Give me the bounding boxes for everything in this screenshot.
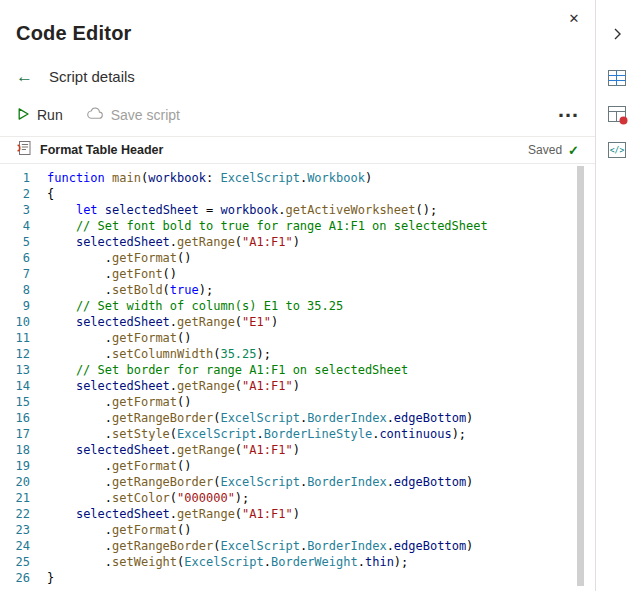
- script-details-row: ← Script details: [0, 58, 595, 94]
- play-icon: [16, 107, 30, 124]
- vertical-scrollbar[interactable]: [577, 166, 584, 586]
- code-line[interactable]: 5 selectedSheet.getRange("A1:F1"): [0, 234, 595, 250]
- svg-text:</>: </>: [610, 146, 625, 155]
- line-number: 17: [0, 426, 30, 442]
- code-line[interactable]: 20 .getRangeBorder(ExcelScript.BorderInd…: [0, 474, 595, 490]
- line-number: 19: [0, 458, 30, 474]
- line-number: 14: [0, 378, 30, 394]
- code-editor-panel: Code Editor ✕ ← Script details Run Save …: [0, 0, 638, 591]
- save-status: Saved ✓: [528, 143, 579, 158]
- line-number: 22: [0, 506, 30, 522]
- save-status-text: Saved: [528, 143, 562, 157]
- run-button[interactable]: Run: [16, 107, 63, 124]
- code-line[interactable]: 13 // Set border for range A1:F1 on sele…: [0, 362, 595, 378]
- code-line[interactable]: 7 .getFont(): [0, 266, 595, 282]
- line-number: 9: [0, 298, 30, 314]
- main-panel: Code Editor ✕ ← Script details Run Save …: [0, 0, 595, 591]
- code-line[interactable]: 18 selectedSheet.getRange("A1:F1"): [0, 442, 595, 458]
- code-line[interactable]: 1function main(workbook: ExcelScript.Wor…: [0, 170, 595, 186]
- back-arrow-icon[interactable]: ←: [16, 68, 33, 85]
- line-number: 7: [0, 266, 30, 282]
- code-line[interactable]: 4 // Set font bold to true for range A1:…: [0, 218, 595, 234]
- cloud-icon: [87, 107, 104, 123]
- line-number: 20: [0, 474, 30, 490]
- line-number: 24: [0, 538, 30, 554]
- page-title: Code Editor: [16, 22, 579, 45]
- code-line[interactable]: 14 selectedSheet.getRange("A1:F1"): [0, 378, 595, 394]
- script-details-label[interactable]: Script details: [49, 68, 135, 85]
- title-bar: Code Editor ✕: [0, 0, 595, 58]
- close-icon[interactable]: ✕: [563, 8, 585, 30]
- code-lines: 1function main(workbook: ExcelScript.Wor…: [0, 170, 595, 586]
- sheet-table-pane-icon[interactable]: [603, 64, 631, 92]
- script-header-row: Format Table Header Saved ✓: [0, 137, 595, 164]
- code-line[interactable]: 12 .setColumnWidth(35.25);: [0, 346, 595, 362]
- line-number: 5: [0, 234, 30, 250]
- line-number: 25: [0, 554, 30, 570]
- line-number: 12: [0, 346, 30, 362]
- line-number: 1: [0, 170, 30, 186]
- save-script-label: Save script: [111, 107, 180, 123]
- run-button-label: Run: [37, 107, 63, 123]
- line-number: 21: [0, 490, 30, 506]
- code-line[interactable]: 21 .setColor("000000");: [0, 490, 595, 506]
- code-line[interactable]: 17 .setStyle(ExcelScript.BorderLineStyle…: [0, 426, 595, 442]
- code-line[interactable]: 2{: [0, 186, 595, 202]
- code-line[interactable]: 8 .setBold(true);: [0, 282, 595, 298]
- line-number: 4: [0, 218, 30, 234]
- line-number: 16: [0, 410, 30, 426]
- code-line[interactable]: 24 .getRangeBorder(ExcelScript.BorderInd…: [0, 538, 595, 554]
- line-number: 13: [0, 362, 30, 378]
- line-number: 2: [0, 186, 30, 202]
- check-icon: ✓: [568, 143, 579, 158]
- code-line[interactable]: 16 .getRangeBorder(ExcelScript.BorderInd…: [0, 410, 595, 426]
- line-number: 6: [0, 250, 30, 266]
- code-line[interactable]: 25 .setWeight(ExcelScript.BorderWeight.t…: [0, 554, 595, 570]
- code-line[interactable]: 22 selectedSheet.getRange("A1:F1"): [0, 506, 595, 522]
- editor-toolbar: Run Save script …: [0, 94, 595, 137]
- line-number: 15: [0, 394, 30, 410]
- right-rail: </>: [595, 0, 638, 591]
- code-line[interactable]: 19 .getFormat(): [0, 458, 595, 474]
- code-line[interactable]: 10 selectedSheet.getRange("E1"): [0, 314, 595, 330]
- save-script-button[interactable]: Save script: [87, 107, 180, 123]
- code-editor[interactable]: 1function main(workbook: ExcelScript.Wor…: [0, 164, 595, 591]
- code-line[interactable]: 15 .getFormat(): [0, 394, 595, 410]
- scrollbar-thumb[interactable]: [577, 166, 584, 586]
- table-alert-pane-icon[interactable]: [603, 100, 631, 128]
- code-line[interactable]: 26}: [0, 570, 595, 586]
- code-editor-pane-icon[interactable]: </>: [603, 136, 631, 164]
- code-line[interactable]: 9 // Set width of column(s) E1 to 35.25: [0, 298, 595, 314]
- office-script-icon: [16, 140, 32, 160]
- code-line[interactable]: 11 .getFormat(): [0, 330, 595, 346]
- line-number: 26: [0, 570, 30, 586]
- line-number: 11: [0, 330, 30, 346]
- more-options-icon[interactable]: …: [557, 105, 579, 125]
- line-number: 18: [0, 442, 30, 458]
- code-line[interactable]: 3 let selectedSheet = workbook.getActive…: [0, 202, 595, 218]
- line-number: 10: [0, 314, 30, 330]
- line-number: 8: [0, 282, 30, 298]
- line-number: 3: [0, 202, 30, 218]
- collapse-pane-chevron-icon[interactable]: [610, 26, 624, 42]
- script-name: Format Table Header: [40, 143, 163, 157]
- code-line[interactable]: 6 .getFormat(): [0, 250, 595, 266]
- code-line[interactable]: 23 .getFormat(): [0, 522, 595, 538]
- line-number: 23: [0, 522, 30, 538]
